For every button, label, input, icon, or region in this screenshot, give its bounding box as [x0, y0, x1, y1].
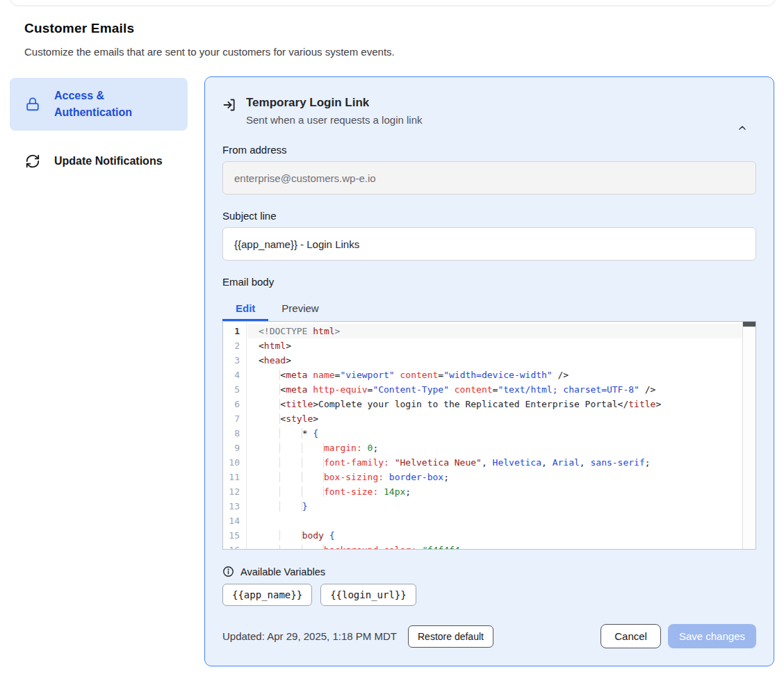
- code-line: margin: 0;: [247, 441, 742, 455]
- sidebar-item-label: Update Notifications: [54, 153, 163, 170]
- code-line: <meta name="viewport" content="width=dev…: [247, 368, 742, 382]
- editor-code: <!DOCTYPE html><html><head> <meta name="…: [247, 322, 742, 549]
- subject-line-input[interactable]: [222, 227, 756, 261]
- variable-chips: {{app_name}} {{login_url}}: [222, 584, 756, 606]
- cancel-button[interactable]: Cancel: [601, 624, 661, 648]
- subject-line-label: Subject line: [222, 210, 756, 222]
- line-number: 8: [223, 426, 246, 441]
- line-number: 16: [223, 543, 246, 550]
- card-header: Temporary Login Link Sent when a user re…: [222, 95, 756, 127]
- refresh-icon: [25, 154, 40, 169]
- from-address-input: [222, 161, 756, 195]
- email-types-sidebar: Access & Authentication Update Notificat…: [10, 78, 188, 179]
- card-subtitle: Sent when a user requests a login link: [246, 113, 422, 127]
- previous-card-edge: [10, 0, 776, 6]
- code-line: [247, 514, 742, 528]
- available-variables-label: Available Variables: [240, 566, 325, 577]
- info-icon: [222, 566, 234, 577]
- code-line: <style>: [247, 411, 742, 426]
- restore-default-button[interactable]: Restore default: [408, 625, 493, 648]
- line-number: 15: [223, 528, 246, 543]
- sidebar-item-update-notifications[interactable]: Update Notifications: [10, 143, 188, 179]
- line-number: 4: [223, 368, 246, 382]
- chevron-up-icon: [737, 122, 748, 133]
- line-number: 9: [223, 441, 246, 455]
- code-line: background-color: #f4f4f4;: [247, 543, 742, 549]
- tab-preview[interactable]: Preview: [268, 296, 332, 321]
- log-in-icon: [222, 98, 236, 127]
- code-line: <html>: [247, 338, 742, 353]
- line-number: 1: [223, 324, 246, 338]
- code-line: <meta http-equiv="Content-Type" content=…: [247, 382, 742, 397]
- editor-tabs: Edit Preview: [222, 296, 756, 321]
- line-number: 7: [223, 411, 246, 426]
- card-title: Temporary Login Link: [246, 95, 422, 111]
- line-number: 14: [223, 514, 246, 528]
- card-footer: Updated: Apr 29, 2025, 1:18 PM MDT Resto…: [222, 624, 756, 648]
- tab-edit[interactable]: Edit: [222, 296, 268, 321]
- code-line: <!DOCTYPE html>: [247, 324, 742, 338]
- code-editor[interactable]: 12345678910111213141516 <!DOCTYPE html><…: [222, 321, 756, 550]
- line-number: 6: [223, 397, 246, 411]
- from-address-label: From address: [222, 144, 756, 156]
- line-number: 11: [223, 470, 246, 484]
- collapse-button[interactable]: [734, 120, 751, 136]
- line-number: 2: [223, 338, 246, 353]
- line-number: 10: [223, 455, 246, 470]
- code-line: * {: [247, 426, 742, 441]
- code-line: <title>Complete your login to the Replic…: [247, 397, 742, 411]
- code-line: <head>: [247, 353, 742, 368]
- line-number: 13: [223, 499, 246, 514]
- variable-chip-app-name[interactable]: {{app_name}}: [222, 584, 312, 606]
- page-subtitle: Customize the emails that are sent to yo…: [24, 46, 395, 58]
- card-header-text: Temporary Login Link Sent when a user re…: [246, 95, 422, 127]
- code-line: font-size: 14px;: [247, 484, 742, 499]
- lock-icon: [25, 97, 40, 112]
- available-variables-row: Available Variables: [222, 566, 756, 577]
- email-body-label: Email body: [222, 276, 756, 288]
- editor-scrollbar[interactable]: [742, 322, 756, 549]
- line-number: 12: [223, 484, 246, 499]
- page-title: Customer Emails: [24, 21, 134, 36]
- line-number: 3: [223, 353, 246, 368]
- code-line: }: [247, 499, 742, 514]
- line-number: 5: [223, 382, 246, 397]
- code-line: box-sizing: border-box;: [247, 470, 742, 484]
- code-line: body {: [247, 528, 742, 543]
- sidebar-item-access-authentication[interactable]: Access & Authentication: [10, 78, 188, 131]
- variable-chip-login-url[interactable]: {{login_url}}: [320, 584, 416, 606]
- save-changes-button[interactable]: Save changes: [668, 624, 756, 648]
- editor-gutter: 12345678910111213141516: [223, 322, 247, 549]
- temporary-login-link-card: Temporary Login Link Sent when a user re…: [204, 76, 774, 666]
- code-line: font-family: "Helvetica Neue", Helvetica…: [247, 455, 742, 470]
- sidebar-item-label: Access & Authentication: [54, 88, 174, 121]
- updated-timestamp: Updated: Apr 29, 2025, 1:18 PM MDT: [222, 630, 397, 642]
- editor-scrollbar-thumb[interactable]: [743, 322, 756, 327]
